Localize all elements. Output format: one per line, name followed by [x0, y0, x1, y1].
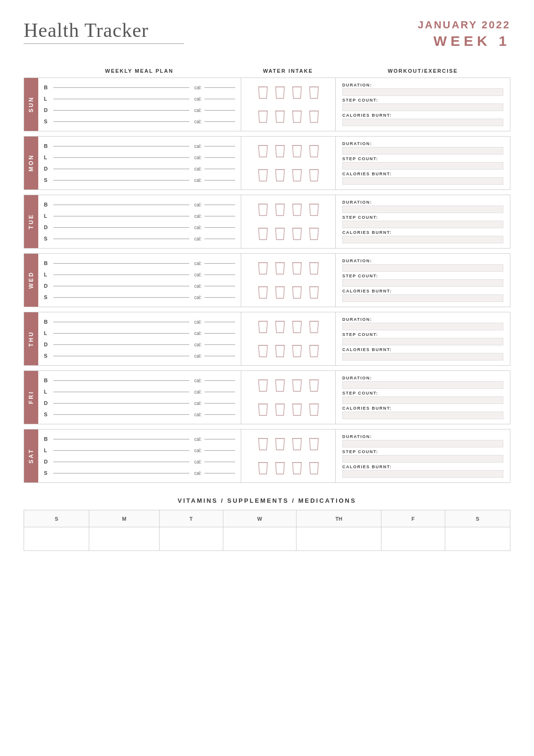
workout-input-step_count[interactable] — [342, 338, 503, 345]
water-cup-icon[interactable] — [307, 285, 321, 300]
meal-input-line[interactable] — [53, 333, 189, 334]
water-cup-icon[interactable] — [256, 402, 270, 417]
water-cup-icon[interactable] — [290, 402, 304, 417]
water-cup-icon[interactable] — [256, 109, 270, 124]
water-cup-icon[interactable] — [273, 144, 287, 159]
meal-input-line[interactable] — [53, 216, 189, 216]
water-cup-icon[interactable] — [290, 378, 304, 393]
water-cup-icon[interactable] — [256, 168, 270, 183]
water-cup-icon[interactable] — [307, 344, 321, 359]
meal-input-line[interactable] — [53, 205, 189, 205]
water-cup-icon[interactable] — [256, 202, 270, 217]
water-cup-icon[interactable] — [273, 109, 287, 124]
cal-input-line[interactable] — [204, 380, 235, 381]
water-cup-icon[interactable] — [307, 226, 321, 241]
water-cup-icon[interactable] — [256, 261, 270, 276]
meal-input-line[interactable] — [53, 286, 189, 286]
vitamins-cell-t[interactable] — [159, 527, 223, 551]
water-cup-icon[interactable] — [256, 85, 270, 100]
cal-input-line[interactable] — [204, 146, 235, 146]
meal-input-line[interactable] — [53, 110, 189, 111]
water-cup-icon[interactable] — [307, 202, 321, 217]
water-cup-icon[interactable] — [290, 461, 304, 476]
cal-input-line[interactable] — [204, 216, 235, 216]
cal-input-line[interactable] — [204, 344, 235, 345]
meal-input-line[interactable] — [53, 227, 189, 228]
workout-input-step_count[interactable] — [342, 103, 503, 111]
meal-input-line[interactable] — [53, 99, 189, 99]
cal-input-line[interactable] — [204, 286, 235, 286]
water-cup-icon[interactable] — [273, 344, 287, 359]
meal-input-line[interactable] — [53, 344, 189, 345]
cal-input-line[interactable] — [204, 414, 235, 415]
water-cup-icon[interactable] — [273, 437, 287, 452]
water-cup-icon[interactable] — [273, 168, 287, 183]
water-cup-icon[interactable] — [307, 261, 321, 276]
cal-input-line[interactable] — [204, 239, 235, 239]
cal-input-line[interactable] — [204, 99, 235, 99]
cal-input-line[interactable] — [204, 392, 235, 392]
meal-input-line[interactable] — [53, 322, 189, 322]
workout-input-step_count[interactable] — [342, 162, 503, 170]
meal-input-line[interactable] — [53, 356, 189, 356]
water-cup-icon[interactable] — [307, 378, 321, 393]
meal-input-line[interactable] — [53, 87, 189, 88]
water-cup-icon[interactable] — [307, 437, 321, 452]
meal-input-line[interactable] — [53, 239, 189, 239]
meal-input-line[interactable] — [53, 157, 189, 158]
water-cup-icon[interactable] — [273, 226, 287, 241]
water-cup-icon[interactable] — [290, 285, 304, 300]
water-cup-icon[interactable] — [290, 344, 304, 359]
meal-input-line[interactable] — [53, 450, 189, 451]
water-cup-icon[interactable] — [290, 261, 304, 276]
cal-input-line[interactable] — [204, 275, 235, 275]
workout-input-duration[interactable] — [342, 323, 503, 330]
water-cup-icon[interactable] — [273, 202, 287, 217]
cal-input-line[interactable] — [204, 473, 235, 473]
meal-input-line[interactable] — [53, 392, 189, 392]
workout-input-step_count[interactable] — [342, 455, 503, 463]
workout-input-calories[interactable] — [342, 353, 503, 361]
water-cup-icon[interactable] — [307, 85, 321, 100]
meal-input-line[interactable] — [53, 403, 189, 404]
meal-input-line[interactable] — [53, 473, 189, 473]
workout-input-duration[interactable] — [342, 206, 503, 213]
vitamins-cell-w[interactable] — [223, 527, 297, 551]
water-cup-icon[interactable] — [273, 319, 287, 335]
vitamins-cell-s[interactable] — [445, 527, 510, 551]
water-cup-icon[interactable] — [256, 144, 270, 159]
workout-input-duration[interactable] — [342, 88, 503, 96]
water-cup-icon[interactable] — [290, 437, 304, 452]
water-cup-icon[interactable] — [256, 226, 270, 241]
workout-input-calories[interactable] — [342, 412, 503, 419]
water-cup-icon[interactable] — [307, 168, 321, 183]
workout-input-step_count[interactable] — [342, 396, 503, 404]
cal-input-line[interactable] — [204, 403, 235, 404]
cal-input-line[interactable] — [204, 227, 235, 228]
water-cup-icon[interactable] — [256, 378, 270, 393]
meal-input-line[interactable] — [53, 169, 189, 169]
meal-input-line[interactable] — [53, 180, 189, 180]
water-cup-icon[interactable] — [290, 168, 304, 183]
workout-input-step_count[interactable] — [342, 279, 503, 287]
water-cup-icon[interactable] — [256, 461, 270, 476]
meal-input-line[interactable] — [53, 439, 189, 439]
cal-input-line[interactable] — [204, 263, 235, 264]
meal-input-line[interactable] — [53, 146, 189, 146]
cal-input-line[interactable] — [204, 297, 235, 298]
meal-input-line[interactable] — [53, 297, 189, 298]
water-cup-icon[interactable] — [273, 378, 287, 393]
vitamins-cell-th[interactable] — [297, 527, 381, 551]
vitamins-cell-f[interactable] — [381, 527, 445, 551]
water-cup-icon[interactable] — [290, 319, 304, 335]
water-cup-icon[interactable] — [273, 261, 287, 276]
workout-input-calories[interactable] — [342, 236, 503, 243]
cal-input-line[interactable] — [204, 462, 235, 462]
water-cup-icon[interactable] — [256, 285, 270, 300]
workout-input-calories[interactable] — [342, 119, 503, 126]
water-cup-icon[interactable] — [273, 461, 287, 476]
water-cup-icon[interactable] — [273, 285, 287, 300]
water-cup-icon[interactable] — [307, 402, 321, 417]
workout-input-duration[interactable] — [342, 440, 503, 447]
cal-input-line[interactable] — [204, 333, 235, 334]
